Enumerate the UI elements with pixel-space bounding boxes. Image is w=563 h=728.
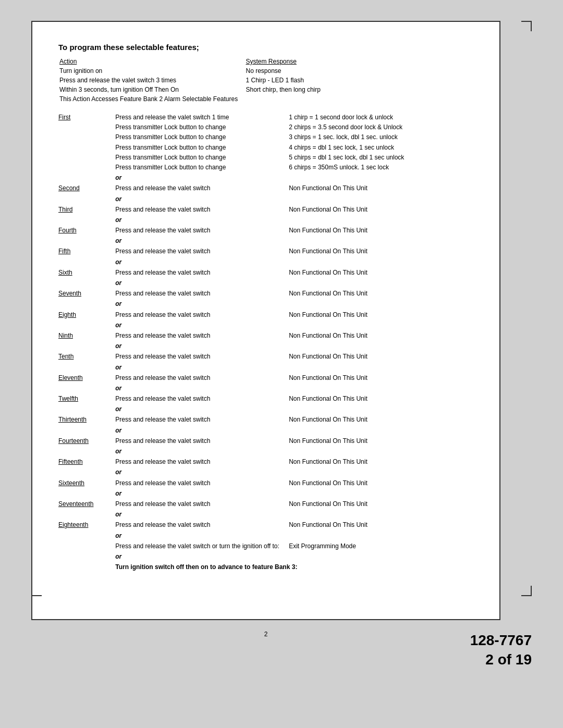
page-content: To program these selectable features; Ac… [31,21,500,620]
header-response-1: No response [246,67,282,75]
feature-label-sixth: Sixth [58,267,115,278]
table-row: Seventh Press and release the valet swit… [58,288,473,299]
page-number-area: 2 [31,631,500,638]
table-row: Fifth Press and release the valet switch… [58,246,473,257]
or-row: or [58,510,473,520]
feature-label-fourteenth: Fourteenth [58,436,115,447]
feature-label-third: Third [58,204,115,215]
feature-response-tenth: Non Functional On This Unit [289,351,473,362]
or-row: or [58,257,473,267]
or-row: or [58,531,473,541]
action-header: Action [59,58,77,65]
response-header: System Response [246,58,297,65]
header-response-2: 1 Chirp - LED 1 flash [246,77,304,84]
feature-label-fourth: Fourth [58,225,115,236]
feature-response-ninth: Non Functional On This Unit [289,330,473,341]
feature-response-second: Non Functional On This Unit [289,183,473,194]
header-action-4: This Action Accesses Feature Bank 2 Alar… [59,95,238,103]
or-label-exit: or [115,552,289,562]
feature-label-eighth: Eighth [58,310,115,320]
doc-id-line2: 2 of 19 [470,650,532,669]
feature-response-thirteenth: Non Functional On This Unit [289,414,473,425]
or-label: or [115,215,289,225]
feature-action-fourth: Press and release the valet switch [115,225,289,236]
or-row: or [58,467,473,477]
feature-action-seventeenth: Press and release the valet switch [115,499,289,510]
page-outer: To program these selectable features; Ac… [31,21,532,638]
or-label: or [115,278,289,288]
or-row-exit: or [58,552,473,562]
or-label: or [115,257,289,267]
exit-response: Exit Programming Mode [289,541,473,552]
or-label: or [115,404,289,414]
or-row: or [58,363,473,373]
feature-response-eighteenth: Non Functional On This Unit [289,520,473,530]
table-row: Thirteenth Press and release the valet s… [58,414,473,425]
feature-label-thirteenth: Thirteenth [58,414,115,425]
feature-response-sixteenth: Non Functional On This Unit [289,478,473,489]
or-label: or [115,299,289,309]
table-row: Eleventh Press and release the valet swi… [58,373,473,384]
table-row: Eighth Press and release the valet switc… [58,310,473,320]
or-label: or [115,320,289,330]
or-label: or [115,384,289,393]
bottom-note: Turn ignition switch off then on to adva… [115,563,297,571]
feature-response-twelfth: Non Functional On This Unit [289,393,473,404]
or-row: or [58,215,473,225]
feature-label-seventh: Seventh [58,288,115,299]
feature-action-seventh: Press and release the valet switch [115,288,289,299]
table-row: Third Press and release the valet switch… [58,204,473,215]
or-label: or [115,510,289,520]
or-label: or [115,236,289,246]
section-title: To program these selectable features; [58,43,473,52]
or-row-first: or [58,173,473,183]
feature-response-fifteenth: Non Functional On This Unit [289,456,473,467]
feature-label-seventeenth: Seventeenth [58,499,115,510]
header-action-1: Turn ignition on [59,67,102,75]
or-label: or [115,489,289,499]
feature-label-tenth: Tenth [58,351,115,362]
or-row: or [58,341,473,351]
or-label: or [115,467,289,477]
feature-action-sixteenth: Press and release the valet switch [115,478,289,489]
table-row: Sixteenth Press and release the valet sw… [58,478,473,489]
page-number: 2 [264,631,268,638]
feature-response-seventeenth: Non Functional On This Unit [289,499,473,510]
feature-action-thirteenth: Press and release the valet switch [115,414,289,425]
feature-label-fifteenth: Fifteenth [58,456,115,467]
header-table: Action Turn ignition on Press and releas… [58,56,473,105]
feature-action-tenth: Press and release the valet switch [115,351,289,362]
header-action-2: Press and release the valet switch 3 tim… [59,77,176,84]
feature-action-eleventh: Press and release the valet switch [115,373,289,384]
feature-response-third: Non Functional On This Unit [289,204,473,215]
feature-response-seventh: Non Functional On This Unit [289,288,473,299]
feature-label-sixteenth: Sixteenth [58,478,115,489]
first-feature-row: First Press and release the valet switch… [58,112,473,173]
table-row: Twelfth Press and release the valet swit… [58,393,473,404]
header-action-3: Within 3 seconds, turn ignition Off Then… [59,86,179,93]
table-row: Second Press and release the valet switc… [58,183,473,194]
first-actions: Press and release the valet switch 1 tim… [115,112,289,173]
feature-response-sixth: Non Functional On This Unit [289,267,473,278]
table-row: Seventeenth Press and release the valet … [58,499,473,510]
or-row: or [58,489,473,499]
document-id: 128-7767 2 of 19 [470,631,532,669]
or-label-first: or [115,173,289,183]
or-row: or [58,299,473,309]
feature-action-fourteenth: Press and release the valet switch [115,436,289,447]
feature-response-fourth: Non Functional On This Unit [289,225,473,236]
exit-row: Press and release the valet switch or tu… [58,541,473,552]
feature-response-fourteenth: Non Functional On This Unit [289,436,473,447]
or-label: or [115,447,289,456]
feature-action-second: Press and release the valet switch [115,183,289,194]
feature-action-fifth: Press and release the valet switch [115,246,289,257]
or-label: or [115,194,289,204]
feature-action-fifteenth: Press and release the valet switch [115,456,289,467]
feature-action-third: Press and release the valet switch [115,204,289,215]
table-row: Fourth Press and release the valet switc… [58,225,473,236]
feature-label-fifth: Fifth [58,246,115,257]
or-row: or [58,236,473,246]
feature-action-ninth: Press and release the valet switch [115,330,289,341]
or-label: or [115,426,289,436]
table-row: Fifteenth Press and release the valet sw… [58,456,473,467]
